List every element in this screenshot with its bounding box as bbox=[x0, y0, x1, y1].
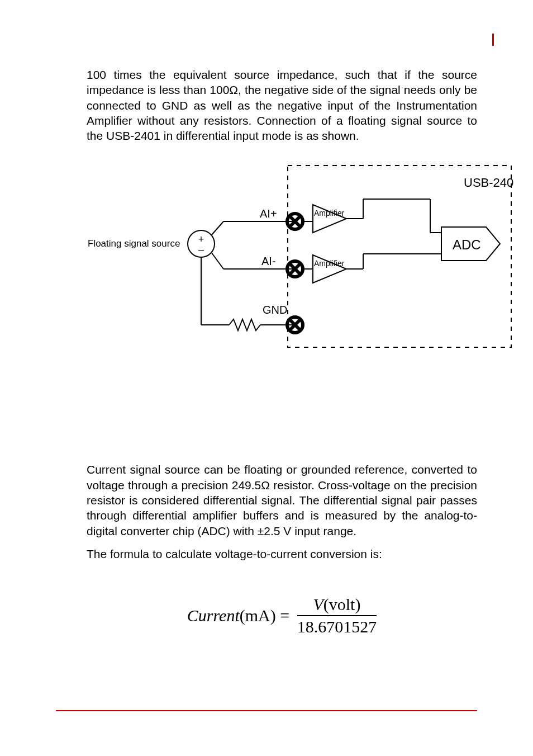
svg-text:USB-2401: USB-2401 bbox=[464, 176, 514, 190]
formula-intro: The formula to calculate voltage-to-curr… bbox=[87, 546, 477, 561]
intro-paragraph: 100 times the equivalent source impedanc… bbox=[87, 67, 477, 143]
svg-text:Amplifier: Amplifier bbox=[314, 259, 345, 268]
footer-rule bbox=[56, 710, 477, 711]
svg-text:Floating signal source: Floating signal source bbox=[88, 238, 180, 249]
current-paragraph: Current signal source can be floating or… bbox=[87, 462, 477, 538]
svg-text:+: + bbox=[198, 234, 204, 245]
svg-text:–: – bbox=[198, 244, 204, 255]
svg-line-6 bbox=[211, 221, 223, 235]
svg-rect-0 bbox=[288, 166, 511, 347]
svg-line-17 bbox=[211, 252, 223, 269]
svg-text:AI-: AI- bbox=[261, 255, 276, 267]
formula: Current(mA) = V(volt) 18.6701527 bbox=[87, 595, 477, 636]
svg-text:Amplifier: Amplifier bbox=[314, 209, 345, 218]
floating-source-diagram: USB-2401 + – Floating signal source AI+ … bbox=[84, 160, 514, 361]
svg-text:GND: GND bbox=[263, 304, 287, 316]
svg-text:ADC: ADC bbox=[453, 237, 481, 252]
svg-text:AI+: AI+ bbox=[260, 207, 277, 220]
text-cursor bbox=[492, 34, 494, 46]
